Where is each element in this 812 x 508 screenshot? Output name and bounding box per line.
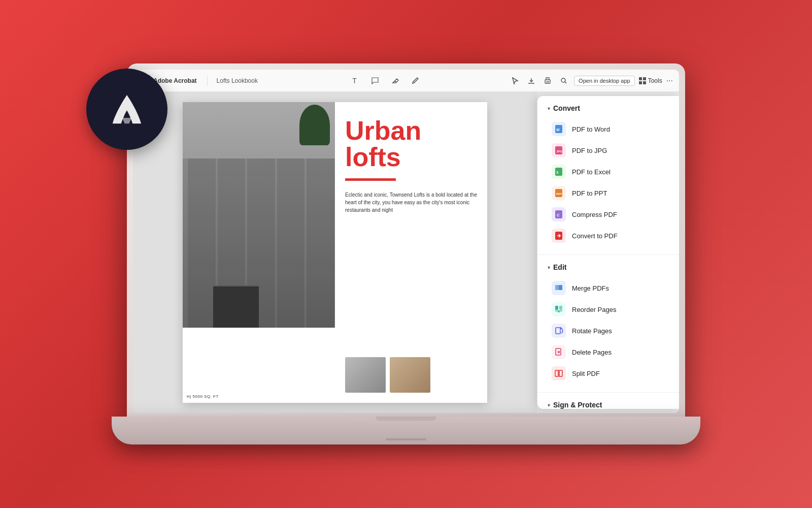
brand-name: Adobe Acrobat bbox=[153, 77, 197, 84]
title-line2: lofts bbox=[345, 142, 401, 172]
laptop-base bbox=[112, 417, 700, 444]
pdf-page: H| 5000 SQ. FT Urban lofts Eclectic and … bbox=[183, 102, 487, 403]
convert-section-title: Convert bbox=[553, 104, 580, 112]
svg-text:X: X bbox=[556, 171, 559, 174]
entrance-area bbox=[213, 285, 259, 328]
reorder-pages-icon bbox=[552, 302, 566, 316]
draw-tool-icon[interactable] bbox=[410, 75, 422, 87]
search-icon[interactable] bbox=[558, 75, 570, 87]
laptop-wrapper: Adobe Acrobat Lofts Lookbook T bbox=[101, 38, 710, 470]
building-image bbox=[183, 102, 335, 328]
pdf-right-column: Urban lofts Eclectic and iconic, Townsen… bbox=[335, 102, 487, 403]
sq-ft-label: H| 5000 SQ. FT bbox=[187, 394, 219, 399]
convert-to-pdf-item[interactable]: Convert to PDF bbox=[548, 225, 669, 246]
laptop-screen: Adobe Acrobat Lofts Lookbook T bbox=[133, 70, 679, 413]
svg-text:W: W bbox=[556, 128, 560, 132]
content-area: H| 5000 SQ. FT Urban lofts Eclectic and … bbox=[133, 92, 679, 413]
reorder-pages-item[interactable]: Reorder Pages bbox=[548, 299, 669, 320]
compress-pdf-item[interactable]: C Compress PDF bbox=[548, 204, 669, 225]
tools-panel: ▾ Convert W PDF to Word bbox=[537, 96, 679, 409]
pdf-thumb-1 bbox=[345, 357, 386, 393]
split-pdf-item[interactable]: Split PDF bbox=[548, 363, 669, 384]
svg-rect-24 bbox=[559, 370, 562, 376]
pdf-thumbnail-row bbox=[345, 357, 477, 393]
svg-rect-17 bbox=[555, 285, 559, 290]
delete-pages-icon bbox=[552, 345, 566, 359]
pdf-to-jpg-icon: JPG bbox=[552, 143, 566, 157]
toolbar-tools-center: T bbox=[265, 75, 505, 87]
facade-panel-1 bbox=[188, 158, 216, 328]
toolbar: Adobe Acrobat Lofts Lookbook T bbox=[133, 70, 679, 92]
svg-rect-4 bbox=[639, 81, 642, 84]
cursor-icon[interactable] bbox=[509, 75, 521, 87]
svg-rect-3 bbox=[643, 77, 646, 80]
svg-rect-19 bbox=[555, 306, 558, 310]
edit-chevron-icon: ▾ bbox=[548, 265, 550, 270]
pdf-to-ppt-icon: PPT bbox=[552, 186, 566, 200]
pdf-to-ppt-label: PDF to PPT bbox=[572, 189, 607, 197]
pdf-to-jpg-item[interactable]: JPG PDF to JPG bbox=[548, 140, 669, 161]
sign-protect-section-title: Sign & Protect bbox=[553, 401, 602, 409]
highlight-tool-icon[interactable] bbox=[389, 75, 401, 87]
rotate-pages-icon bbox=[552, 324, 566, 338]
laptop: Adobe Acrobat Lofts Lookbook T bbox=[127, 64, 685, 444]
svg-text:C: C bbox=[557, 213, 560, 217]
reorder-pages-label: Reorder Pages bbox=[572, 306, 616, 313]
pdf-left-column: H| 5000 SQ. FT bbox=[183, 102, 335, 403]
merge-pdfs-item[interactable]: Merge PDFs bbox=[548, 277, 669, 299]
svg-text:PPT: PPT bbox=[556, 193, 562, 196]
pdf-to-word-label: PDF to Word bbox=[572, 125, 610, 133]
pdf-description: Eclectic and iconic, Townsend Lofts is a… bbox=[345, 191, 477, 214]
rotate-pages-item[interactable]: Rotate Pages bbox=[548, 320, 669, 341]
pdf-to-excel-icon: X bbox=[552, 165, 566, 179]
compress-pdf-label: Compress PDF bbox=[572, 211, 617, 218]
convert-to-pdf-icon bbox=[552, 229, 566, 243]
pdf-red-divider bbox=[345, 178, 396, 181]
edit-section-header[interactable]: ▾ Edit bbox=[548, 263, 669, 271]
convert-section-header[interactable]: ▾ Convert bbox=[548, 104, 669, 112]
comment-tool-icon[interactable] bbox=[369, 75, 381, 87]
sign-protect-section: ▾ Sign & Protect Fill & bbox=[537, 392, 679, 409]
sign-protect-section-header[interactable]: ▾ Sign & Protect bbox=[548, 401, 669, 409]
pdf-thumb-2 bbox=[390, 357, 430, 393]
pdf-to-word-item[interactable]: W PDF to Word bbox=[548, 118, 669, 140]
more-options-button[interactable]: ··· bbox=[666, 76, 673, 85]
tree-silhouette bbox=[299, 105, 330, 145]
svg-rect-18 bbox=[559, 285, 562, 290]
print-icon[interactable] bbox=[542, 75, 554, 87]
facade-panel-4 bbox=[277, 158, 306, 328]
download-icon[interactable] bbox=[525, 75, 537, 87]
split-pdf-icon bbox=[552, 366, 566, 380]
sign-protect-chevron-icon: ▾ bbox=[548, 402, 550, 408]
building-body bbox=[183, 158, 335, 328]
merge-pdfs-label: Merge PDFs bbox=[572, 284, 609, 292]
open-desktop-button[interactable]: Open in desktop app bbox=[574, 76, 635, 86]
tools-label: Tools bbox=[648, 77, 662, 84]
rotate-pages-label: Rotate Pages bbox=[572, 327, 612, 335]
svg-rect-5 bbox=[643, 81, 646, 84]
merge-pdfs-icon bbox=[552, 281, 566, 295]
delete-pages-item[interactable]: Delete Pages bbox=[548, 341, 669, 363]
delete-pages-label: Delete Pages bbox=[572, 348, 612, 356]
vertical-panels bbox=[188, 158, 335, 328]
pdf-to-ppt-item[interactable]: PPT PDF to PPT bbox=[548, 182, 669, 204]
svg-rect-23 bbox=[555, 370, 558, 376]
pdf-to-jpg-label: PDF to JPG bbox=[572, 147, 607, 154]
tools-button[interactable]: Tools bbox=[639, 77, 662, 84]
facade-panel-5 bbox=[307, 158, 335, 328]
screen-bezel: Adobe Acrobat Lofts Lookbook T bbox=[127, 64, 685, 419]
pdf-to-word-icon: W bbox=[552, 122, 566, 136]
convert-section: ▾ Convert W PDF to Word bbox=[537, 96, 679, 255]
pdf-to-excel-item[interactable]: X PDF to Excel bbox=[548, 161, 669, 182]
svg-rect-2 bbox=[639, 77, 642, 80]
pdf-to-excel-label: PDF to Excel bbox=[572, 168, 611, 176]
edit-section-title: Edit bbox=[553, 263, 566, 271]
split-pdf-label: Split PDF bbox=[572, 370, 600, 377]
svg-point-1 bbox=[561, 78, 565, 82]
toolbar-tab[interactable]: Lofts Lookbook bbox=[214, 76, 261, 85]
svg-rect-20 bbox=[559, 306, 562, 310]
svg-text:JPG: JPG bbox=[556, 150, 562, 153]
pdf-main-title: Urban lofts bbox=[345, 117, 477, 170]
text-tool-icon[interactable]: T bbox=[349, 75, 361, 87]
edit-section: ▾ Edit Merge PDFs bbox=[537, 255, 679, 392]
